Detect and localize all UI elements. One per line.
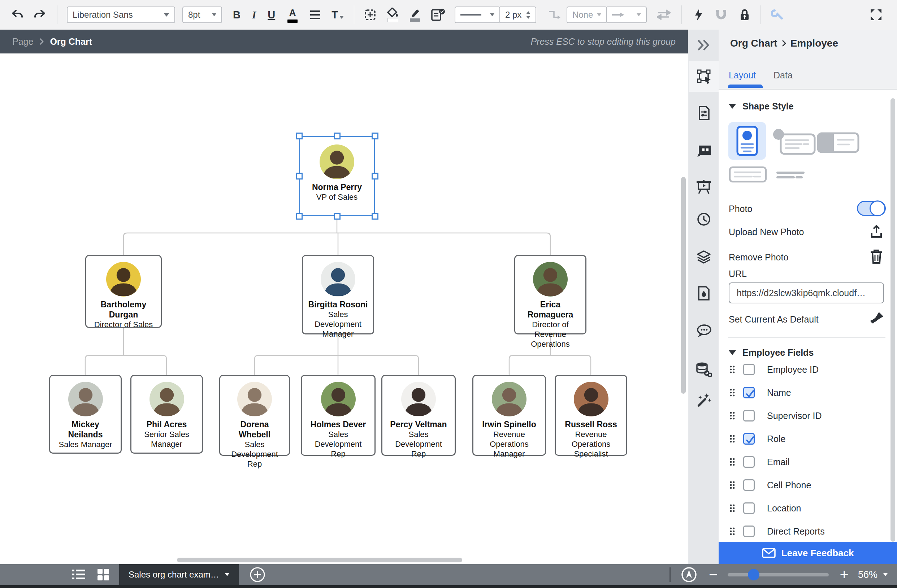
tab-layout[interactable]: Layout	[729, 70, 756, 81]
selection-handle[interactable]	[296, 213, 303, 220]
panel-breadcrumb-group[interactable]: Org Chart	[730, 38, 778, 49]
connector-type-button[interactable]	[548, 9, 561, 20]
set-default-label[interactable]: Set Current As Default	[729, 314, 819, 325]
org-node-bart[interactable]: Bartholemy DurganDirector of Sales	[85, 255, 162, 328]
field-checkbox[interactable]	[743, 364, 755, 375]
text-color-button[interactable]: A	[288, 7, 298, 23]
italic-button[interactable]: I	[252, 9, 256, 21]
field-checkbox[interactable]	[743, 479, 755, 491]
line-weight-stepper[interactable]: 2 px	[500, 6, 536, 23]
field-checkbox[interactable]	[743, 433, 755, 445]
org-node-percy[interactable]: Percy VeltmanSales Development Rep	[381, 375, 456, 456]
photo-toggle[interactable]	[857, 201, 886, 216]
zoom-out-button[interactable]: −	[709, 567, 718, 582]
arrowhead-select[interactable]	[607, 6, 647, 23]
shape-frame-button[interactable]	[364, 8, 377, 21]
font-family-select[interactable]: Liberation Sans	[67, 6, 175, 23]
zoom-slider[interactable]	[728, 573, 829, 576]
fill-color-button[interactable]	[387, 8, 399, 22]
org-node-erica[interactable]: Erica RomagueraDirector of Revenue Opera…	[514, 255, 586, 334]
shape-style-option-split-card[interactable]	[817, 132, 859, 153]
shape-style-option-text-only[interactable]	[776, 171, 805, 179]
undo-button[interactable]	[11, 9, 24, 21]
field-checkbox[interactable]	[743, 410, 755, 421]
add-page-button[interactable]	[250, 567, 265, 583]
selection-handle[interactable]	[334, 133, 341, 139]
panel-scrollbar[interactable]	[891, 98, 895, 542]
selection-handle[interactable]	[372, 173, 378, 179]
data-linking-icon[interactable]	[688, 357, 719, 382]
drag-handle-icon[interactable]	[729, 504, 735, 513]
diagram-canvas[interactable]: Norma PerryVP of SalesBartholemy DurganD…	[0, 54, 688, 564]
field-checkbox[interactable]	[743, 387, 755, 398]
redo-button[interactable]	[33, 9, 46, 21]
history-icon[interactable]	[688, 207, 719, 232]
select-tool-icon[interactable]	[688, 64, 719, 89]
trash-icon[interactable]	[869, 248, 883, 264]
underline-button[interactable]: U	[268, 9, 275, 21]
org-node-mickey[interactable]: Mickey NeilandsSales Manager	[49, 375, 122, 454]
upload-icon[interactable]	[869, 224, 884, 239]
fullscreen-icon[interactable]	[869, 8, 883, 21]
page-tab[interactable]: Sales org chart exam…	[119, 564, 239, 585]
line-style-select[interactable]	[455, 6, 500, 23]
pan-to-content-button[interactable]	[681, 567, 697, 583]
lock-icon[interactable]	[739, 8, 750, 21]
bold-button[interactable]: B	[233, 9, 240, 21]
vertical-scrollbar[interactable]	[681, 177, 686, 394]
zoom-slider-knob[interactable]	[748, 569, 759, 580]
tab-data[interactable]: Data	[773, 70, 793, 81]
drag-handle-icon[interactable]	[729, 481, 735, 489]
shape-style-section-header[interactable]: Shape Style	[729, 101, 794, 112]
zoom-in-button[interactable]: +	[840, 567, 849, 582]
org-node-dorena[interactable]: Dorena WhebellSales Development Rep	[219, 375, 290, 456]
selection-handle[interactable]	[372, 213, 378, 220]
selection-handle[interactable]	[296, 133, 303, 139]
quick-actions-icon[interactable]	[694, 8, 703, 21]
page-grid-icon[interactable]	[98, 569, 109, 580]
shape-data-button[interactable]	[431, 8, 445, 21]
document-settings-icon[interactable]	[688, 100, 719, 126]
layers-icon[interactable]	[688, 245, 719, 270]
swap-connection-button[interactable]	[657, 9, 670, 20]
shape-style-option-text-card[interactable]	[729, 166, 767, 183]
horizontal-scrollbar[interactable]	[177, 558, 462, 562]
selection-rectangle[interactable]	[299, 136, 375, 216]
org-node-holmes[interactable]: Holmes DeverSales Development Rep	[301, 375, 375, 456]
text-options-button[interactable]: T	[332, 9, 344, 21]
org-node-phil[interactable]: Phil AcresSenior Sales Manager	[130, 375, 203, 454]
shape-style-option-photo-card[interactable]	[729, 122, 766, 160]
selection-handle[interactable]	[334, 213, 341, 220]
drag-handle-icon[interactable]	[729, 388, 735, 397]
drag-handle-icon[interactable]	[729, 458, 735, 466]
selection-handle[interactable]	[372, 133, 378, 139]
step-up-icon[interactable]	[526, 11, 530, 14]
upload-new-photo-label[interactable]: Upload New Photo	[729, 227, 804, 237]
org-node-irwin[interactable]: Irwin SpinelloRevenue Operations Manager	[472, 375, 546, 456]
drag-handle-icon[interactable]	[729, 365, 735, 374]
page-list-icon[interactable]	[72, 569, 85, 580]
chevron-down-icon[interactable]	[883, 573, 888, 576]
field-checkbox[interactable]	[743, 502, 755, 514]
breadcrumb-page[interactable]: Page	[12, 37, 33, 47]
format-painter-icon[interactable]	[869, 311, 884, 326]
remove-photo-label[interactable]: Remove Photo	[729, 252, 788, 263]
collapse-panel-icon[interactable]	[688, 32, 719, 58]
text-align-button[interactable]	[310, 10, 321, 20]
notes-icon[interactable]	[688, 138, 719, 163]
field-checkbox[interactable]	[743, 456, 755, 468]
photo-url-input[interactable]	[729, 282, 884, 303]
font-size-select[interactable]: 8pt	[182, 6, 222, 23]
line-color-button[interactable]	[409, 8, 421, 21]
org-node-russell[interactable]: Russell RossRevenue Operations Specialis…	[555, 375, 627, 456]
connector-style-select[interactable]: None	[566, 6, 607, 23]
employee-fields-section-header[interactable]: Employee Fields	[729, 348, 814, 358]
drag-handle-icon[interactable]	[729, 527, 735, 536]
zoom-level-value[interactable]: 56%	[858, 569, 877, 580]
wrench-icon[interactable]	[771, 8, 784, 21]
step-down-icon[interactable]	[526, 16, 530, 19]
presentation-icon[interactable]	[688, 174, 719, 199]
field-checkbox[interactable]	[743, 525, 755, 537]
theme-icon[interactable]	[688, 281, 719, 306]
selection-handle[interactable]	[296, 173, 303, 179]
